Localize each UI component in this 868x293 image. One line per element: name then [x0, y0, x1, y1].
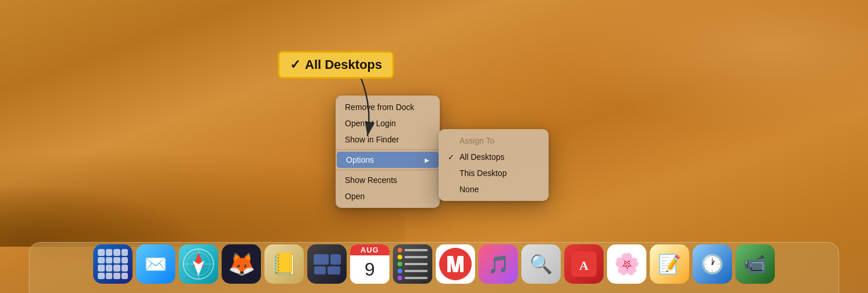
dock-icon-firefox[interactable]: 🦊 [222, 244, 261, 284]
dock-icon-time-machine[interactable]: 🕐 [693, 244, 732, 284]
callout-label: All Desktops [305, 57, 382, 72]
menu-item-show-recents[interactable]: Show Recents [336, 172, 440, 188]
dock-icon-contacts[interactable]: 📒 [264, 244, 304, 284]
calendar-month: AUG [350, 244, 389, 255]
calendar-day: 9 [350, 255, 389, 284]
dock-icon-photos[interactable]: 🌸 [607, 244, 646, 284]
dock-icon-mission-control[interactable] [307, 244, 347, 284]
menu-item-open[interactable]: Open [336, 188, 440, 204]
dock-icon-image-capture[interactable]: 🔍 [521, 244, 561, 284]
submenu-item-none[interactable]: None [439, 181, 549, 197]
submenu-item-all-desktops[interactable]: ✓ All Desktops [439, 149, 549, 165]
dock-icon-news[interactable] [436, 244, 475, 284]
submenu: Assign To ✓ All Desktops This Desktop No… [439, 129, 549, 201]
dock-icon-facetime[interactable]: 📹 [735, 244, 775, 284]
submenu-item-this-desktop[interactable]: This Desktop [439, 165, 549, 181]
svg-point-7 [439, 248, 472, 280]
dock-icon-mail[interactable]: ✉️ [136, 244, 175, 284]
menu-separator-2 [336, 170, 440, 170]
callout-badge: ✓ All Desktops [278, 51, 394, 79]
callout-check: ✓ [290, 57, 300, 72]
dock-icon-acrobat[interactable]: A [564, 244, 604, 284]
dock-icon-launchpad[interactable] [93, 244, 133, 284]
svg-text:A: A [579, 258, 589, 273]
menu-item-options[interactable]: Options ▶ [337, 152, 439, 168]
dock-icon-calendar[interactable]: AUG 9 [350, 244, 389, 284]
dock-icons-container: ✉️ 🦊 📒 [82, 244, 786, 288]
submenu-arrow-icon: ▶ [425, 157, 429, 163]
dock: ✉️ 🦊 📒 [0, 235, 868, 293]
dock-icon-notes[interactable]: 📝 [650, 244, 689, 284]
menu-separator-1 [336, 149, 440, 150]
submenu-assign-to-label: Assign To [439, 133, 549, 149]
dock-icon-music[interactable]: 🎵 [479, 244, 518, 284]
dock-icon-safari[interactable] [179, 244, 218, 284]
dock-icon-reminders[interactable] [393, 244, 432, 284]
